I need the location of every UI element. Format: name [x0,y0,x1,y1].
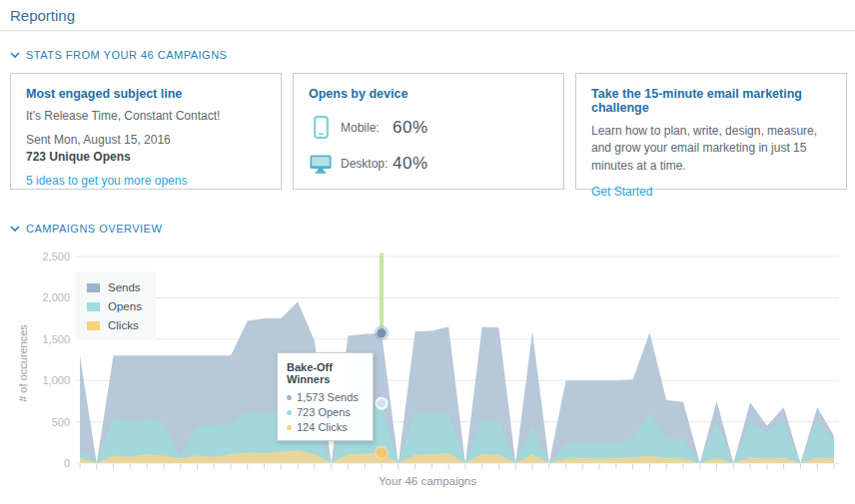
unique-opens-text: 723 Unique Opens [26,150,266,164]
title-divider [0,30,855,31]
desktop-row: Desktop: 40% [309,154,548,174]
most-engaged-subject-card: Most engaged subject line It's Release T… [10,73,282,190]
campaign-tooltip: Bake-Off Winners 1,573 Sends 723 Opens 1… [277,352,374,441]
desktop-icon [309,155,333,174]
y-tick-label: 1,000 [42,374,70,386]
sends-marker [378,328,387,337]
legend-label: Clicks [108,319,139,331]
desktop-label: Desktop: [341,157,393,171]
legend-item-clicks[interactable]: Clicks [87,319,142,331]
mobile-label: Mobile: [341,121,393,135]
get-started-link[interactable]: Get Started [591,185,831,199]
marketing-challenge-card: Take the 15-minute email marketing chall… [575,73,847,190]
stats-section-toggle[interactable]: STATS FROM YOUR 46 CAMPAIGNS [10,49,227,61]
legend-label: Opens [108,300,142,312]
tooltip-opens-row: 723 Opens [287,406,364,418]
overview-section-label: CAMPAIGNS OVERVIEW [26,223,162,235]
y-tick-label: 1,500 [42,333,70,345]
tooltip-campaign-name: Bake-Off Winners [287,361,364,385]
clicks-bullet [287,425,292,430]
tooltip-sends-row: 1,573 Sends [287,391,364,403]
stats-section-label: STATS FROM YOUR 46 CAMPAIGNS [26,49,227,61]
overview-section-toggle[interactable]: CAMPAIGNS OVERVIEW [10,223,162,235]
campaigns-overview-chart: 05001,0001,5002,0002,500 Sends Opens Cli… [0,250,855,504]
chevron-down-icon [10,226,20,233]
y-tick-label: 500 [52,416,70,428]
mobile-row: Mobile: 60% [309,116,548,139]
card-title: Take the 15-minute email marketing chall… [591,87,831,115]
y-axis-title: # of occurences [17,313,29,413]
card-title: Most engaged subject line [26,87,266,101]
page-title: Reporting [10,7,75,24]
mobile-percent: 60% [393,118,428,138]
opens-swatch [87,302,100,311]
x-axis-title: Your 46 campaigns [0,475,855,487]
sends-bullet [287,395,292,400]
y-tick-label: 2,000 [42,291,70,303]
sends-swatch [87,283,100,292]
tooltip-clicks-row: 124 Clicks [287,421,364,433]
y-tick-label: 0 [64,457,70,469]
y-tick-label: 2,500 [42,251,70,262]
chevron-down-icon [10,52,20,59]
clicks-marker [377,448,387,458]
opens-by-device-card: Opens by device Mobile: 60% [293,73,564,190]
challenge-body-text: Learn how to plan, write, design, measur… [591,123,837,175]
opens-marker [377,398,388,409]
opens-bullet [287,410,292,415]
mobile-icon [309,116,333,139]
legend-item-sends[interactable]: Sends [87,281,142,293]
legend-item-opens[interactable]: Opens [87,300,142,312]
clicks-swatch [87,321,100,330]
more-opens-link[interactable]: 5 ideas to get you more opens [26,174,266,188]
reporting-page: Reporting STATS FROM YOUR 46 CAMPAIGNS M… [0,0,855,504]
desktop-percent: 40% [393,154,428,174]
chart-legend: Sends Opens Clicks [75,271,156,340]
card-title: Opens by device [309,87,548,101]
legend-label: Sends [108,281,141,293]
sent-date-text: Sent Mon, August 15, 2016 [26,133,266,147]
subject-line-text: It's Release Time, Constant Contact! [26,109,266,123]
